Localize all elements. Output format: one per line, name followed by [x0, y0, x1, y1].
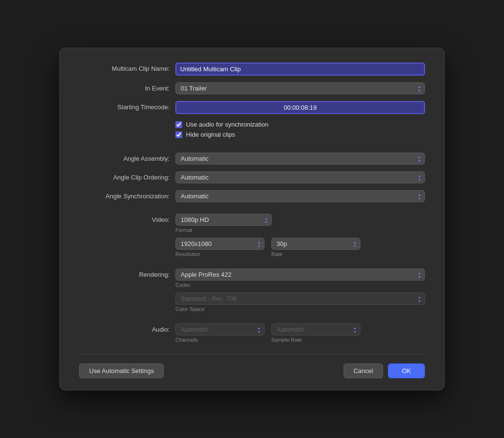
audio-channels-select-wrapper: Automatic Stereo Mono	[175, 323, 265, 335]
audio-control: Automatic Stereo Mono Channels Automatic…	[175, 323, 425, 343]
hide-original-clips-label: Hide original clips	[186, 131, 235, 138]
audio-sample-rate-select-wrapper: Automatic 44.1 kHz 48 kHz	[271, 323, 360, 335]
video-row: Video: 1080p HD 720p HD 4K Format	[79, 214, 425, 257]
angle-synchronization-label: Angle Synchronization:	[79, 190, 175, 200]
rendering-codec-sublabel: Codec	[175, 282, 425, 288]
video-format-group: 1080p HD 720p HD 4K Format	[175, 214, 425, 233]
angle-assembly-control: Automatic	[175, 153, 425, 165]
starting-timecode-input[interactable]	[175, 101, 425, 114]
audio-channels-select[interactable]: Automatic Stereo Mono	[175, 323, 265, 335]
multicam-clip-name-row: Multicam Clip Name:	[79, 63, 425, 76]
video-rate-select-wrapper: 23.98p 24p 25p 29.97p 30p 50p 59.94p 60p	[271, 238, 360, 250]
starting-timecode-control	[175, 101, 425, 114]
rendering-color-space-group: Standard - Rec. 709 Color Space	[175, 293, 425, 312]
rendering-color-space-select-wrapper: Standard - Rec. 709	[175, 293, 425, 305]
cancel-button[interactable]: Cancel	[344, 363, 383, 378]
ok-button[interactable]: OK	[388, 363, 425, 378]
use-automatic-settings-button[interactable]: Use Automatic Settings	[79, 363, 164, 378]
multicam-clip-name-control	[175, 63, 425, 76]
use-audio-sync-label: Use audio for synchronization	[186, 121, 268, 128]
video-control: 1080p HD 720p HD 4K Format 1920x1080 128…	[175, 214, 425, 257]
video-resolution-group: 1920x1080 1280x720 Resolution	[175, 238, 265, 257]
video-format-select-wrapper: 1080p HD 720p HD 4K	[175, 214, 272, 226]
use-audio-sync-row: Use audio for synchronization	[175, 121, 425, 128]
resolution-rate-row: 1920x1080 1280x720 Resolution 23.98p 24p…	[175, 238, 425, 257]
video-label: Video:	[79, 214, 175, 223]
hide-original-clips-row: Hide original clips	[175, 131, 425, 138]
starting-timecode-label: Starting Timecode:	[79, 101, 175, 111]
new-multicam-clip-dialog: Multicam Clip Name: In Event: 01 Trailer…	[59, 48, 445, 390]
video-resolution-select-wrapper: 1920x1080 1280x720	[175, 238, 265, 250]
audio-sample-rate-select[interactable]: Automatic 44.1 kHz 48 kHz	[271, 323, 360, 335]
audio-label: Audio:	[79, 323, 175, 333]
checkboxes-row: Use audio for synchronization Hide origi…	[79, 121, 425, 141]
rendering-codec-select[interactable]: Apple ProRes 422 Apple ProRes 422 HQ App…	[175, 269, 425, 281]
video-rate-group: 23.98p 24p 25p 29.97p 30p 50p 59.94p 60p…	[271, 238, 360, 257]
in-event-label: In Event:	[79, 82, 175, 92]
in-event-control: 01 Trailer	[175, 82, 425, 94]
video-resolution-select[interactable]: 1920x1080 1280x720	[175, 238, 265, 250]
video-format-select[interactable]: 1080p HD 720p HD 4K	[175, 214, 272, 226]
angle-synchronization-select[interactable]: Automatic	[175, 190, 425, 202]
angle-assembly-label: Angle Assembly:	[79, 153, 175, 162]
video-rate-select[interactable]: 23.98p 24p 25p 29.97p 30p 50p 59.94p 60p	[271, 238, 360, 250]
angle-clip-ordering-control: Automatic	[175, 171, 425, 183]
audio-channels-sublabel: Channels	[175, 337, 265, 343]
multicam-clip-name-label: Multicam Clip Name:	[79, 63, 175, 72]
checkboxes-spacer	[79, 121, 175, 123]
rendering-color-space-select[interactable]: Standard - Rec. 709	[175, 293, 425, 305]
angle-clip-ordering-label: Angle Clip Ordering:	[79, 171, 175, 181]
angle-clip-ordering-row: Angle Clip Ordering: Automatic	[79, 171, 425, 183]
multicam-clip-name-input[interactable]	[175, 63, 425, 76]
rendering-codec-select-wrapper: Apple ProRes 422 Apple ProRes 422 HQ App…	[175, 269, 425, 281]
video-format-sublabel: Format	[175, 227, 425, 233]
angle-synchronization-row: Angle Synchronization: Automatic	[79, 190, 425, 202]
angle-assembly-select-wrapper: Automatic	[175, 153, 425, 165]
angle-synchronization-select-wrapper: Automatic	[175, 190, 425, 202]
rendering-label: Rendering:	[79, 269, 175, 278]
in-event-select[interactable]: 01 Trailer	[175, 82, 425, 94]
audio-row: Audio: Automatic Stereo Mono Channels	[79, 323, 425, 343]
audio-channels-group: Automatic Stereo Mono Channels	[175, 323, 265, 343]
button-row: Use Automatic Settings Cancel OK	[79, 354, 425, 378]
in-event-select-wrapper: 01 Trailer	[175, 82, 425, 94]
starting-timecode-row: Starting Timecode:	[79, 101, 425, 114]
in-event-row: In Event: 01 Trailer	[79, 82, 425, 94]
hide-original-clips-checkbox[interactable]	[175, 131, 182, 138]
audio-sample-rate-sublabel: Sample Rate	[271, 337, 360, 343]
use-audio-sync-checkbox[interactable]	[175, 121, 182, 128]
rendering-color-space-sublabel: Color Space	[175, 306, 425, 312]
angle-assembly-select[interactable]: Automatic	[175, 153, 425, 165]
angle-assembly-row: Angle Assembly: Automatic	[79, 153, 425, 165]
angle-clip-ordering-select[interactable]: Automatic	[175, 171, 425, 183]
video-rate-sublabel: Rate	[271, 251, 360, 257]
audio-sample-rate-group: Automatic 44.1 kHz 48 kHz Sample Rate	[271, 323, 360, 343]
rendering-codec-group: Apple ProRes 422 Apple ProRes 422 HQ App…	[175, 269, 425, 288]
angle-clip-ordering-select-wrapper: Automatic	[175, 171, 425, 183]
rendering-row: Rendering: Apple ProRes 422 Apple ProRes…	[79, 269, 425, 312]
audio-selects-row: Automatic Stereo Mono Channels Automatic…	[175, 323, 425, 343]
angle-synchronization-control: Automatic	[175, 190, 425, 202]
rendering-control: Apple ProRes 422 Apple ProRes 422 HQ App…	[175, 269, 425, 312]
right-buttons: Cancel OK	[344, 363, 425, 378]
checkboxes-control: Use audio for synchronization Hide origi…	[175, 121, 425, 141]
video-resolution-sublabel: Resolution	[175, 251, 265, 257]
